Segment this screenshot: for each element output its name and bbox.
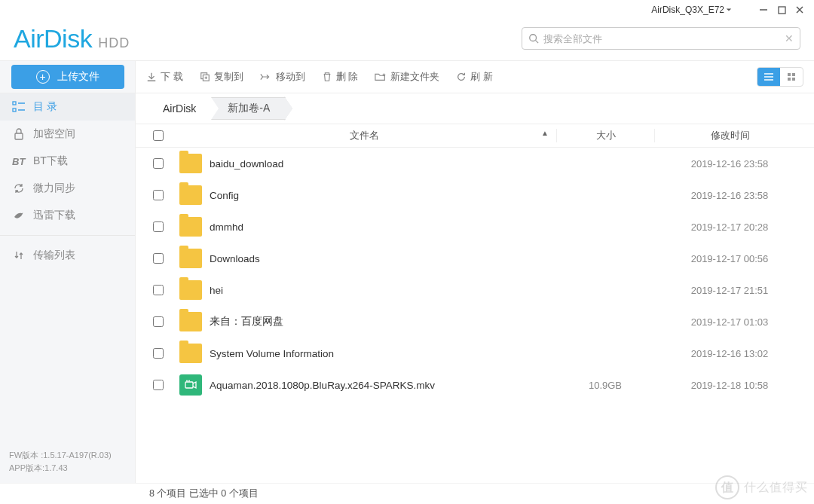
row-checkbox[interactable]	[145, 348, 172, 359]
row-checkbox[interactable]	[145, 285, 172, 295]
file-row[interactable]: 来自：百度网盘2019-12-17 01:03	[136, 306, 814, 338]
column-size[interactable]: 大小	[556, 129, 654, 142]
file-row[interactable]: hei2019-12-17 21:51	[136, 274, 814, 306]
grid-view-button[interactable]	[780, 68, 803, 86]
move-to-button[interactable]: 移动到	[260, 70, 305, 84]
row-checkbox[interactable]	[145, 380, 172, 390]
file-time: 2019-12-17 00:56	[654, 253, 805, 264]
file-name: Downloads	[210, 253, 556, 264]
folder-icon	[179, 154, 202, 173]
fw-version: FW版本 :1.5.17-A197(R.03)	[9, 449, 126, 463]
sidebar-footer: FW版本 :1.5.17-A197(R.03) APP版本:1.7.43	[0, 441, 135, 483]
row-checkbox[interactable]	[145, 190, 172, 200]
lock-icon	[12, 128, 26, 140]
folder-icon	[179, 217, 202, 237]
svg-rect-18	[792, 78, 795, 81]
sidebar-item-directory[interactable]: 目 录	[0, 93, 135, 121]
crumb-root[interactable]: AirDisk	[149, 97, 211, 120]
search-input[interactable]	[543, 33, 780, 44]
file-row[interactable]: Downloads2019-12-17 00:56	[136, 243, 814, 274]
search-icon	[528, 33, 539, 44]
sort-indicator-icon: ▲	[541, 129, 549, 137]
sidebar-header: + 上传文件	[0, 61, 136, 93]
sidebar-item-thunder[interactable]: 迅雷下载	[0, 202, 135, 229]
toolbar: + 上传文件 下 载 复制到 移动到 删 除 新建文件夹 刷 新	[0, 60, 814, 93]
list-view-button[interactable]	[757, 68, 780, 86]
folder-icon	[179, 344, 202, 363]
delete-button[interactable]: 删 除	[322, 70, 359, 84]
file-row[interactable]: baidu_download2019-12-16 23:58	[136, 148, 814, 179]
sync-icon	[12, 182, 26, 194]
select-all-checkbox[interactable]	[145, 130, 172, 141]
minimize-button[interactable]	[758, 5, 769, 15]
app-logo: AirDisk HDD	[14, 24, 130, 53]
sidebar: 目 录 加密空间 BT BT下载 微力同步 迅雷下载 传输列表 FW版本 :1.…	[0, 93, 136, 483]
folder-icon	[179, 185, 202, 205]
upload-button[interactable]: + 上传文件	[11, 65, 124, 89]
move-icon	[260, 72, 272, 82]
watermark-badge-icon: 值	[715, 475, 739, 499]
row-checkbox[interactable]	[145, 221, 172, 232]
search-box[interactable]: ✕	[522, 27, 800, 50]
file-time: 2019-12-18 10:58	[654, 380, 805, 391]
watermark: 值 什么值得买	[715, 475, 808, 499]
svg-point-25	[186, 380, 188, 382]
svg-rect-24	[185, 382, 193, 388]
file-list: baidu_download2019-12-16 23:58Config2019…	[136, 148, 814, 483]
close-button[interactable]	[794, 5, 805, 15]
svg-point-26	[188, 380, 190, 382]
watermark-text: 什么值得买	[744, 480, 808, 496]
clear-search-icon[interactable]: ✕	[785, 32, 794, 44]
file-name: 来自：百度网盘	[210, 315, 556, 328]
app-version: APP版本:1.7.43	[9, 462, 126, 475]
content-area: AirDisk 新加卷-A 文件名▲ 大小 修改时间 baidu_downloa…	[136, 93, 814, 483]
file-name: baidu_download	[210, 158, 556, 170]
device-name: AirDisk_Q3X_E72	[651, 5, 724, 15]
svg-rect-1	[779, 7, 785, 14]
device-selector[interactable]: AirDisk_Q3X_E72	[651, 5, 732, 15]
row-checkbox[interactable]	[145, 316, 172, 327]
sidebar-item-sync[interactable]: 微力同步	[0, 175, 135, 202]
crumb-current[interactable]: 新加卷-A	[211, 97, 286, 120]
view-toggle	[757, 67, 803, 87]
upload-label: 上传文件	[57, 70, 99, 84]
column-time[interactable]: 修改时间	[654, 129, 805, 142]
refresh-button[interactable]: 刷 新	[456, 70, 493, 84]
sidebar-item-bt[interactable]: BT BT下载	[0, 148, 135, 175]
copy-to-button[interactable]: 复制到	[200, 70, 243, 84]
svg-rect-19	[13, 102, 16, 105]
svg-line-5	[536, 41, 539, 44]
file-size: 10.9GB	[556, 380, 654, 391]
copy-icon	[200, 72, 210, 82]
column-name[interactable]: 文件名▲	[172, 129, 556, 142]
file-name: hei	[210, 285, 556, 296]
sidebar-item-encrypted[interactable]: 加密空间	[0, 121, 135, 148]
refresh-icon	[456, 72, 467, 82]
sidebar-item-transfer[interactable]: 传输列表	[0, 242, 135, 269]
folder-icon	[179, 249, 202, 268]
download-button[interactable]: 下 载	[146, 70, 183, 84]
row-checkbox[interactable]	[145, 158, 172, 169]
file-time: 2019-12-17 20:28	[654, 221, 805, 233]
folder-icon	[179, 280, 202, 300]
maximize-button[interactable]	[776, 5, 787, 15]
bird-icon	[12, 209, 26, 221]
file-row[interactable]: System Volume Information2019-12-16 13:0…	[136, 338, 814, 369]
file-row[interactable]: Config2019-12-16 23:58	[136, 179, 814, 211]
folder-icon	[179, 312, 202, 331]
row-checkbox[interactable]	[145, 253, 172, 264]
grid-view-icon	[787, 72, 796, 81]
transfer-icon	[12, 249, 26, 261]
status-text: 8 个项目 已选中 0 个项目	[149, 487, 259, 500]
file-row[interactable]: Aquaman.2018.1080p.BluRay.x264-SPARKS.mk…	[136, 369, 814, 401]
file-row[interactable]: dmmhd2019-12-17 20:28	[136, 211, 814, 243]
svg-rect-20	[13, 108, 16, 111]
list-view-icon	[764, 72, 774, 81]
new-folder-button[interactable]: 新建文件夹	[375, 70, 439, 84]
file-time: 2019-12-17 01:03	[654, 316, 805, 328]
trash-icon	[322, 72, 332, 82]
file-time: 2019-12-17 21:51	[654, 285, 805, 296]
toolbar-actions: 下 载 复制到 移动到 删 除 新建文件夹 刷 新	[136, 61, 814, 93]
svg-point-4	[530, 35, 537, 41]
bt-icon: BT	[12, 156, 26, 167]
